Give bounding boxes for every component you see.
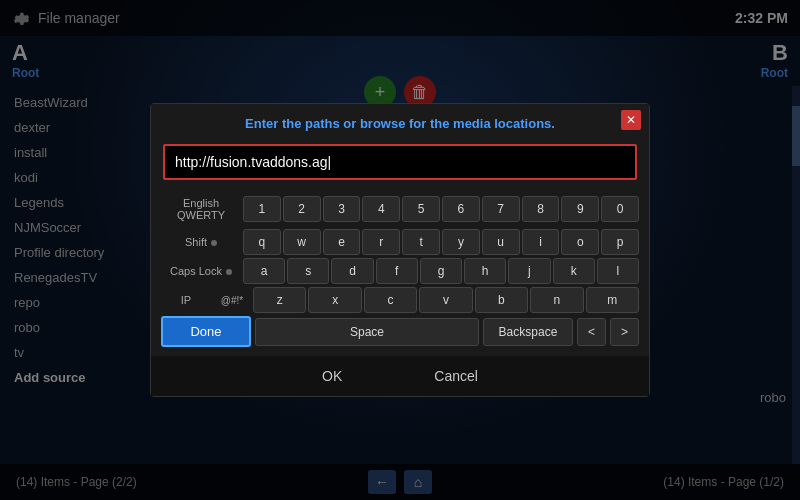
keyboard-row-bottom: Done Space Backspace < >	[161, 316, 639, 347]
done-button[interactable]: Done	[161, 316, 251, 347]
modal-header: Enter the paths or browse for the media …	[151, 104, 649, 140]
kb-key-t[interactable]: t	[402, 229, 440, 255]
arrow-left-button[interactable]: <	[577, 318, 606, 346]
kb-key-d[interactable]: d	[331, 258, 373, 284]
backspace-button[interactable]: Backspace	[483, 318, 573, 346]
kb-key-e[interactable]: e	[323, 229, 361, 255]
keyboard-row-4: IP @#!* z x c v b n m	[161, 287, 639, 313]
keyboard-row-2: Shift q w e r t y u i o p	[161, 229, 639, 255]
kb-key-2[interactable]: 2	[283, 196, 321, 222]
kb-key-f[interactable]: f	[376, 258, 418, 284]
modal-dialog: Enter the paths or browse for the media …	[150, 103, 650, 397]
kb-key-m[interactable]: m	[586, 287, 639, 313]
kb-key-u[interactable]: u	[482, 229, 520, 255]
kb-label-qwerty: English QWERTY	[161, 192, 241, 226]
keyboard: English QWERTY 1 2 3 4 5 6 7 8 9 0 Shift…	[151, 188, 649, 356]
modal-overlay: Enter the paths or browse for the media …	[0, 0, 800, 500]
kb-key-j[interactable]: j	[508, 258, 550, 284]
kb-key-b[interactable]: b	[475, 287, 528, 313]
kb-key-z[interactable]: z	[253, 287, 306, 313]
kb-key-y[interactable]: y	[442, 229, 480, 255]
space-button[interactable]: Space	[255, 318, 479, 346]
arrow-right-button[interactable]: >	[610, 318, 639, 346]
kb-key-7[interactable]: 7	[482, 196, 520, 222]
kb-key-h[interactable]: h	[464, 258, 506, 284]
kb-shift-key[interactable]: Shift	[161, 231, 241, 253]
kb-key-3[interactable]: 3	[323, 196, 361, 222]
kb-key-5[interactable]: 5	[402, 196, 440, 222]
modal-title: Enter the paths or browse for the media …	[245, 116, 555, 131]
kb-ip-key[interactable]: IP	[161, 289, 211, 311]
keyboard-row-3: Caps Lock a s d f g h j k l	[161, 258, 639, 284]
kb-key-n[interactable]: n	[530, 287, 583, 313]
kb-key-o[interactable]: o	[561, 229, 599, 255]
cancel-button[interactable]: Cancel	[418, 364, 494, 388]
kb-key-w[interactable]: w	[283, 229, 321, 255]
kb-key-k[interactable]: k	[553, 258, 595, 284]
kb-key-i[interactable]: i	[522, 229, 560, 255]
kb-key-q[interactable]: q	[243, 229, 281, 255]
ok-button[interactable]: OK	[306, 364, 358, 388]
kb-key-l[interactable]: l	[597, 258, 639, 284]
kb-key-r[interactable]: r	[362, 229, 400, 255]
kb-key-x[interactable]: x	[308, 287, 361, 313]
modal-input-wrap	[151, 140, 649, 188]
kb-key-0[interactable]: 0	[601, 196, 639, 222]
kb-key-p[interactable]: p	[601, 229, 639, 255]
kb-symbols-key[interactable]: @#!*	[213, 290, 251, 311]
kb-key-v[interactable]: v	[419, 287, 472, 313]
kb-key-6[interactable]: 6	[442, 196, 480, 222]
modal-close-button[interactable]: ✕	[621, 110, 641, 130]
kb-capslock-key[interactable]: Caps Lock	[161, 260, 241, 282]
keyboard-row-1: English QWERTY 1 2 3 4 5 6 7 8 9 0	[161, 192, 639, 226]
modal-footer: OK Cancel	[151, 356, 649, 396]
kb-key-9[interactable]: 9	[561, 196, 599, 222]
url-input[interactable]	[163, 144, 637, 180]
kb-key-a[interactable]: a	[243, 258, 285, 284]
kb-key-s[interactable]: s	[287, 258, 329, 284]
kb-key-1[interactable]: 1	[243, 196, 281, 222]
kb-key-4[interactable]: 4	[362, 196, 400, 222]
kb-key-g[interactable]: g	[420, 258, 462, 284]
kb-key-8[interactable]: 8	[522, 196, 560, 222]
kb-key-c[interactable]: c	[364, 287, 417, 313]
